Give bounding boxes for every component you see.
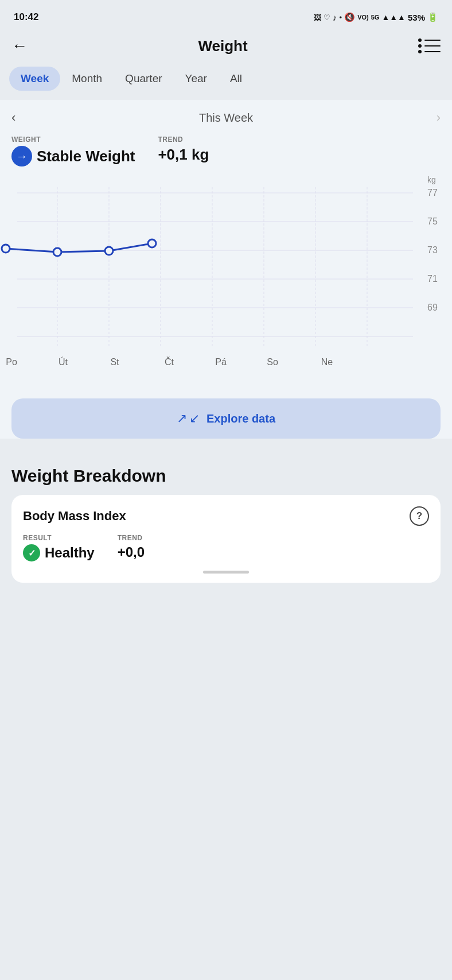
status-icons: 🖼 ♡ ♪ • 🔇 VO) 5G ▲▲▲ 53% 🔋 (314, 12, 438, 22)
weight-label: WEIGHT (11, 135, 135, 144)
svg-text:Čt: Čt (165, 357, 174, 367)
result-label: RESULT (23, 534, 95, 542)
week-navigator: ‹ This Week › (0, 100, 452, 131)
battery-icon: 🔋 (427, 12, 438, 22)
weight-text: Stable Weight (37, 148, 135, 165)
weight-stat-group: WEIGHT → Stable Weight (11, 135, 135, 166)
tab-quarter[interactable]: Quarter (114, 67, 173, 91)
page-title: Weight (198, 37, 247, 55)
svg-text:71: 71 (427, 274, 438, 284)
card-stats: RESULT ✓ Healthy TREND +0,0 (23, 534, 429, 561)
menu-line (424, 45, 441, 47)
menu-dot (418, 44, 422, 48)
menu-line (424, 40, 441, 41)
heart-icon: ♡ (324, 13, 330, 22)
period-tabs: Week Month Quarter Year All (0, 64, 452, 100)
menu-dot (418, 50, 422, 53)
photo-icon: 🖼 (314, 13, 321, 22)
volte-label: VO) (357, 14, 369, 21)
explore-label: Explore data (206, 412, 275, 425)
data-point-extra (148, 239, 156, 247)
signal-icon: ▲▲▲ (381, 13, 406, 22)
bmi-title: Body Mass Index (23, 509, 126, 524)
back-button[interactable]: ← (11, 37, 28, 55)
weight-value: → Stable Weight (11, 146, 135, 166)
svg-text:75: 75 (427, 216, 438, 226)
week-label: This Week (199, 111, 253, 125)
svg-text:So: So (267, 357, 278, 367)
weight-chart: 77 75 73 71 69 kg Po Út St Čt Pá So (0, 176, 452, 394)
svg-text:kg: kg (427, 176, 436, 184)
healthy-icon: ✓ (23, 544, 40, 561)
menu-button[interactable] (418, 38, 441, 53)
explore-data-button[interactable]: ↗ ↙ Explore data (11, 398, 441, 439)
weight-stats: WEIGHT → Stable Weight TREND +0,1 kg (0, 131, 452, 166)
top-bar: ← Weight (0, 32, 452, 64)
bmi-info-button[interactable]: ? (410, 506, 429, 526)
menu-dot (418, 38, 422, 42)
bmi-result-group: RESULT ✓ Healthy (23, 534, 95, 561)
svg-text:Ne: Ne (321, 357, 333, 367)
stable-icon: → (11, 146, 32, 166)
tab-year[interactable]: Year (174, 67, 219, 91)
explore-icon: ↗ (177, 411, 187, 426)
svg-text:Po: Po (6, 357, 17, 367)
bmi-trend-group: TREND +0,0 (118, 534, 145, 560)
explore-icon-2: ↙ (189, 411, 200, 426)
bmi-trend-value: +0,0 (118, 544, 145, 560)
battery-label: 53% (408, 13, 425, 22)
bmi-trend-label: TREND (118, 534, 145, 542)
status-time: 10:42 (14, 11, 38, 23)
5g-label: 5G (371, 14, 380, 21)
next-week-button[interactable]: › (437, 110, 441, 125)
tab-week[interactable]: Week (9, 67, 60, 91)
svg-text:St: St (110, 357, 119, 367)
bmi-card: Body Mass Index ? RESULT ✓ Healthy TREND… (11, 495, 441, 583)
svg-text:Út: Út (59, 357, 68, 367)
data-point-ut (53, 248, 61, 256)
svg-text:73: 73 (427, 245, 438, 255)
card-header: Body Mass Index ? (23, 506, 429, 526)
svg-text:77: 77 (427, 188, 438, 197)
breakdown-section: Weight Breakdown Body Mass Index ? RESUL… (0, 452, 452, 583)
svg-text:69: 69 (427, 303, 438, 312)
trend-value: +0,1 kg (158, 146, 209, 164)
data-point-st (105, 247, 113, 255)
main-content: ‹ This Week › WEIGHT → Stable Weight TRE… (0, 100, 452, 439)
dot-icon: • (340, 13, 342, 22)
tab-all[interactable]: All (219, 67, 254, 91)
breakdown-title: Weight Breakdown (11, 466, 441, 486)
data-point-po (2, 245, 10, 253)
scroll-indicator (203, 571, 249, 574)
tab-month[interactable]: Month (60, 67, 114, 91)
menu-line (424, 51, 441, 53)
mute-icon: 🔇 (344, 12, 355, 22)
svg-text:Pá: Pá (215, 357, 227, 367)
tiktok-icon: ♪ (333, 13, 337, 22)
status-bar: 10:42 🖼 ♡ ♪ • 🔇 VO) 5G ▲▲▲ 53% 🔋 (0, 0, 452, 32)
trend-label: TREND (158, 135, 209, 144)
trend-stat-group: TREND +0,1 kg (158, 135, 209, 164)
result-value: ✓ Healthy (23, 544, 95, 561)
result-text: Healthy (45, 545, 95, 561)
prev-week-button[interactable]: ‹ (11, 110, 15, 125)
chart-area: 77 75 73 71 69 kg Po Út St Čt Pá So (0, 176, 452, 394)
